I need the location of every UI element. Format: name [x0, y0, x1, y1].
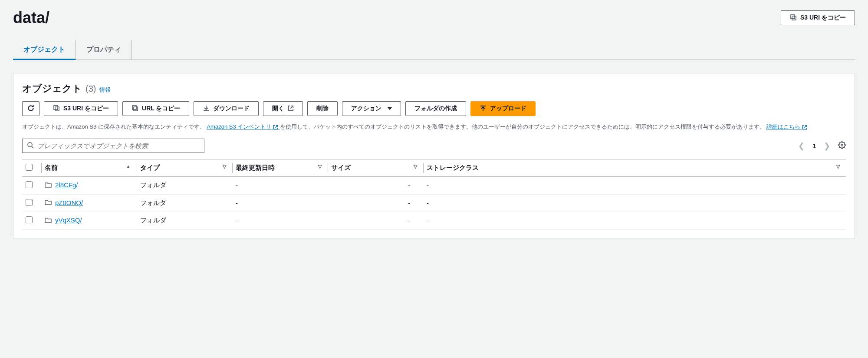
folder-icon — [45, 182, 52, 190]
svg-point-6 — [28, 143, 32, 147]
cell-size: - — [328, 212, 423, 230]
cell-storage-class: - — [423, 194, 846, 212]
table-row: pZ0ONQ/フォルダ--- — [22, 194, 846, 212]
delete-button[interactable]: 削除 — [307, 101, 338, 116]
filter-icon: ▽ — [836, 164, 840, 169]
svg-point-7 — [841, 144, 843, 146]
download-icon — [203, 105, 210, 113]
inventory-link[interactable]: Amazon S3 インベントリ — [207, 123, 279, 130]
object-name-link[interactable]: 2l8CFg/ — [55, 181, 78, 189]
search-box[interactable] — [22, 139, 204, 153]
column-type[interactable]: タイプ ▽ — [137, 159, 232, 177]
search-icon — [27, 142, 34, 150]
panel-title: オブジェクト — [22, 82, 82, 95]
column-size[interactable]: サイズ ▽ — [328, 159, 423, 177]
svg-rect-5 — [132, 106, 136, 109]
refresh-icon — [27, 104, 35, 113]
external-link-icon — [273, 125, 278, 130]
tabs: オブジェクト プロパティ — [13, 40, 855, 60]
object-name-link[interactable]: pZ0ONQ/ — [55, 199, 83, 206]
cell-size: - — [328, 177, 423, 195]
cell-storage-class: - — [423, 177, 846, 195]
svg-rect-1 — [791, 15, 795, 19]
tab-properties[interactable]: プロパティ — [76, 40, 132, 60]
row-checkbox[interactable] — [26, 216, 33, 223]
cell-type: フォルダ — [137, 212, 232, 230]
download-button[interactable]: ダウンロード — [194, 101, 259, 116]
next-page-button[interactable]: ❯ — [824, 141, 830, 151]
filter-icon: ▽ — [318, 164, 322, 169]
upload-icon — [480, 105, 487, 113]
svg-rect-0 — [792, 16, 796, 20]
folder-icon — [45, 199, 52, 207]
row-checkbox[interactable] — [26, 199, 33, 206]
search-input[interactable] — [37, 142, 200, 149]
table-row: yVqXSQ/フォルダ--- — [22, 212, 846, 230]
cell-type: フォルダ — [137, 194, 232, 212]
copy-icon — [53, 105, 60, 113]
actions-dropdown[interactable]: アクション — [342, 101, 401, 116]
sort-asc-icon: ▲ — [126, 164, 131, 169]
upload-button[interactable]: アップロード — [470, 101, 536, 116]
learn-more-link[interactable]: 詳細はこちら — [766, 123, 807, 130]
row-checkbox[interactable] — [26, 181, 33, 188]
object-name-link[interactable]: yVqXSQ/ — [55, 216, 82, 224]
prev-page-button[interactable]: ❮ — [798, 141, 805, 151]
settings-icon[interactable] — [838, 141, 846, 150]
external-link-icon — [802, 125, 807, 130]
refresh-button[interactable] — [22, 101, 39, 116]
copy-icon — [132, 105, 138, 113]
objects-table: 名前 ▲ タイプ ▽ 最終更新日時 ▽ サイズ ▽ — [22, 159, 846, 230]
svg-rect-4 — [134, 107, 138, 111]
cell-last-modified: - — [232, 177, 328, 195]
tab-objects[interactable]: オブジェクト — [13, 40, 76, 60]
cell-size: - — [328, 194, 423, 212]
copy-s3-uri-button[interactable]: S3 URI をコピー — [44, 101, 118, 116]
chevron-down-icon — [388, 107, 392, 110]
copy-s3-uri-header-label: S3 URI をコピー — [800, 14, 846, 22]
current-page: 1 — [812, 143, 816, 149]
column-last-modified[interactable]: 最終更新日時 ▽ — [232, 159, 328, 177]
panel-count: (3) — [85, 84, 96, 94]
column-name[interactable]: 名前 ▲ — [41, 159, 137, 177]
create-folder-button[interactable]: フォルダの作成 — [405, 101, 466, 116]
folder-icon — [45, 217, 52, 225]
external-link-icon — [288, 105, 294, 113]
page-title: data/ — [13, 9, 49, 27]
copy-url-button[interactable]: URL をコピー — [122, 101, 189, 116]
objects-panel: オブジェクト (3) 情報 S3 URI をコピー — [13, 73, 855, 239]
select-all-checkbox[interactable] — [26, 164, 33, 171]
svg-rect-3 — [54, 106, 58, 109]
cell-type: フォルダ — [137, 177, 232, 195]
copy-s3-uri-header-button[interactable]: S3 URI をコピー — [781, 10, 855, 25]
filter-icon: ▽ — [223, 164, 226, 169]
copy-icon — [790, 14, 797, 22]
open-button[interactable]: 開く — [263, 101, 303, 116]
filter-icon: ▽ — [414, 164, 417, 169]
table-row: 2l8CFg/フォルダ--- — [22, 177, 846, 195]
svg-rect-2 — [55, 107, 59, 111]
cell-last-modified: - — [232, 212, 328, 230]
panel-description: オブジェクトは、Amazon S3 に保存された基本的なエンティティです。 Am… — [22, 122, 846, 132]
column-storage-class[interactable]: ストレージクラス ▽ — [423, 159, 846, 177]
cell-storage-class: - — [423, 212, 846, 230]
info-link[interactable]: 情報 — [99, 86, 111, 94]
cell-last-modified: - — [232, 194, 328, 212]
